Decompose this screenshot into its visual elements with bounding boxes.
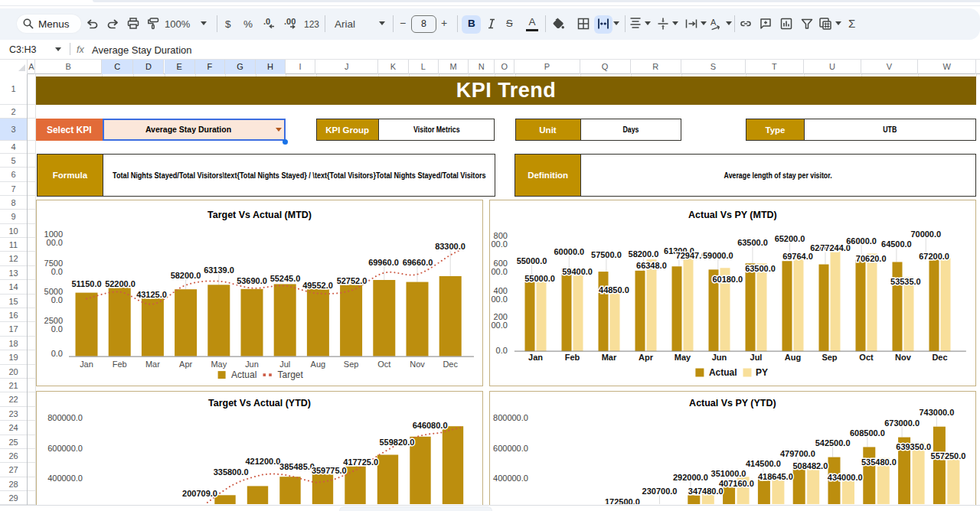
svg-text:0.0: 0.0 — [51, 296, 63, 305]
svg-text:00.0: 00.0 — [492, 268, 508, 277]
svg-text:63139.0: 63139.0 — [204, 265, 234, 275]
svg-text:0.0: 0.0 — [51, 324, 63, 334]
svg-text:608500.0: 608500.0 — [850, 428, 885, 438]
svg-text:55245.0: 55245.0 — [270, 274, 301, 283]
svg-text:55000.0: 55000.0 — [524, 275, 555, 284]
svg-text:Jun: Jun — [712, 353, 727, 362]
svg-text:Jan: Jan — [80, 360, 93, 369]
svg-text:55000.0: 55000.0 — [517, 256, 547, 265]
svg-text:Nov: Nov — [895, 353, 912, 362]
svg-text:Aug: Aug — [311, 360, 326, 369]
svg-text:800000.0: 800000.0 — [493, 413, 528, 422]
svg-text:Actual: Actual — [709, 368, 737, 379]
svg-text:00.0: 00.0 — [47, 239, 63, 248]
svg-text:May: May — [675, 353, 691, 362]
svg-text:52752.0: 52752.0 — [337, 276, 368, 285]
svg-text:58200.0: 58200.0 — [171, 271, 201, 280]
svg-text:479700.0: 479700.0 — [780, 449, 815, 458]
svg-text:421200.0: 421200.0 — [245, 457, 280, 466]
svg-text:0.0: 0.0 — [51, 267, 63, 276]
svg-text:69660.0: 69660.0 — [403, 258, 433, 267]
svg-text:335800.0: 335800.0 — [214, 468, 249, 477]
svg-text:Target: Target — [277, 369, 303, 380]
svg-text:58200.0: 58200.0 — [629, 249, 659, 259]
svg-text:559820.0: 559820.0 — [379, 438, 414, 447]
svg-text:508482.0: 508482.0 — [793, 462, 828, 471]
svg-text:385485.0: 385485.0 — [279, 463, 315, 472]
svg-text:418645.0: 418645.0 — [758, 473, 793, 482]
svg-text:60180.0: 60180.0 — [713, 275, 743, 285]
svg-text:Oct: Oct — [377, 360, 390, 369]
svg-text:53690.0: 53690.0 — [237, 276, 267, 285]
svg-text:417725.0: 417725.0 — [343, 457, 378, 467]
svg-text:535480.0: 535480.0 — [861, 458, 897, 467]
svg-text:52200.0: 52200.0 — [105, 279, 136, 288]
svg-text:66000.0: 66000.0 — [846, 236, 877, 246]
svg-text:59000.0: 59000.0 — [703, 251, 733, 260]
svg-text:Jul: Jul — [750, 353, 763, 362]
svg-text:Jun: Jun — [245, 360, 259, 369]
svg-text:PY: PY — [756, 368, 768, 379]
svg-text:673000.0: 673000.0 — [884, 418, 920, 428]
svg-text:Jan: Jan — [528, 353, 543, 362]
svg-text:.00: .00 — [284, 17, 296, 26]
svg-text:359775.0: 359775.0 — [312, 466, 347, 475]
svg-text:Dec: Dec — [933, 353, 948, 362]
svg-text:351000.0: 351000.0 — [711, 470, 746, 479]
svg-text:70000.0: 70000.0 — [911, 229, 942, 239]
svg-text:00.0: 00.0 — [492, 240, 508, 249]
svg-text:67200.0: 67200.0 — [919, 252, 949, 261]
svg-text:Target Vs Actual (YTD): Target Vs Actual (YTD) — [208, 398, 311, 408]
svg-text:743000.0: 743000.0 — [920, 408, 955, 417]
svg-text:Actual Vs PY (MTD): Actual Vs PY (MTD) — [688, 210, 777, 220]
svg-text:200709.0: 200709.0 — [182, 489, 217, 498]
svg-text:65200.0: 65200.0 — [775, 235, 805, 244]
svg-text:Mar: Mar — [602, 353, 617, 362]
svg-text:.0: .0 — [263, 17, 270, 26]
svg-text:70620.0: 70620.0 — [856, 254, 887, 263]
svg-text:400000.0: 400000.0 — [493, 474, 528, 483]
svg-text:557250.0: 557250.0 — [931, 451, 966, 461]
svg-text:Actual Vs PY (YTD): Actual Vs PY (YTD) — [689, 398, 776, 408]
svg-text:Jul: Jul — [279, 360, 290, 369]
svg-text:Apr: Apr — [179, 360, 192, 369]
svg-text:0.0: 0.0 — [51, 350, 63, 359]
svg-text:00.0: 00.0 — [492, 295, 508, 304]
svg-text:69960.0: 69960.0 — [368, 258, 399, 267]
svg-text:639350.0: 639350.0 — [896, 442, 931, 451]
svg-text:400000.0: 400000.0 — [47, 474, 83, 483]
svg-text:53535.0: 53535.0 — [890, 277, 921, 286]
svg-text:A: A — [710, 18, 717, 27]
svg-text:Mar: Mar — [145, 360, 160, 369]
svg-text:414500.0: 414500.0 — [746, 460, 781, 469]
svg-text:63500.0: 63500.0 — [737, 239, 768, 248]
svg-text:600000.0: 600000.0 — [493, 444, 528, 453]
svg-text:0.0: 0.0 — [496, 347, 508, 356]
svg-text:434000.0: 434000.0 — [828, 474, 863, 483]
svg-text:Nov: Nov — [410, 360, 425, 369]
svg-text:66348.0: 66348.0 — [636, 261, 667, 270]
svg-text:44850.0: 44850.0 — [599, 286, 629, 295]
svg-text:172500.0: 172500.0 — [605, 497, 640, 505]
svg-text:83300.0: 83300.0 — [435, 242, 466, 251]
svg-text:Aug: Aug — [785, 353, 801, 362]
svg-text:600000.0: 600000.0 — [47, 444, 83, 453]
svg-text:72947.0: 72947.0 — [676, 251, 707, 260]
svg-text:69764.0: 69764.0 — [782, 252, 813, 261]
svg-text:Feb: Feb — [113, 360, 127, 369]
svg-text:Dec: Dec — [443, 360, 458, 369]
svg-text:347480.0: 347480.0 — [688, 487, 724, 496]
svg-text:230700.0: 230700.0 — [642, 487, 678, 496]
svg-text:Sep: Sep — [822, 353, 838, 362]
svg-text:800000.0: 800000.0 — [47, 413, 83, 422]
svg-text:Sep: Sep — [344, 360, 359, 369]
svg-text:292000.0: 292000.0 — [673, 474, 708, 483]
svg-text:646080.0: 646080.0 — [413, 421, 448, 430]
svg-text:Apr: Apr — [639, 353, 654, 362]
svg-text:Target Vs Actual (MTD): Target Vs Actual (MTD) — [207, 210, 312, 220]
svg-text:57500.0: 57500.0 — [591, 250, 622, 259]
svg-text:59400.0: 59400.0 — [562, 268, 593, 277]
svg-text:51150.0: 51150.0 — [71, 279, 101, 288]
svg-text:407160.0: 407160.0 — [719, 479, 754, 488]
svg-text:64500.0: 64500.0 — [881, 239, 912, 249]
